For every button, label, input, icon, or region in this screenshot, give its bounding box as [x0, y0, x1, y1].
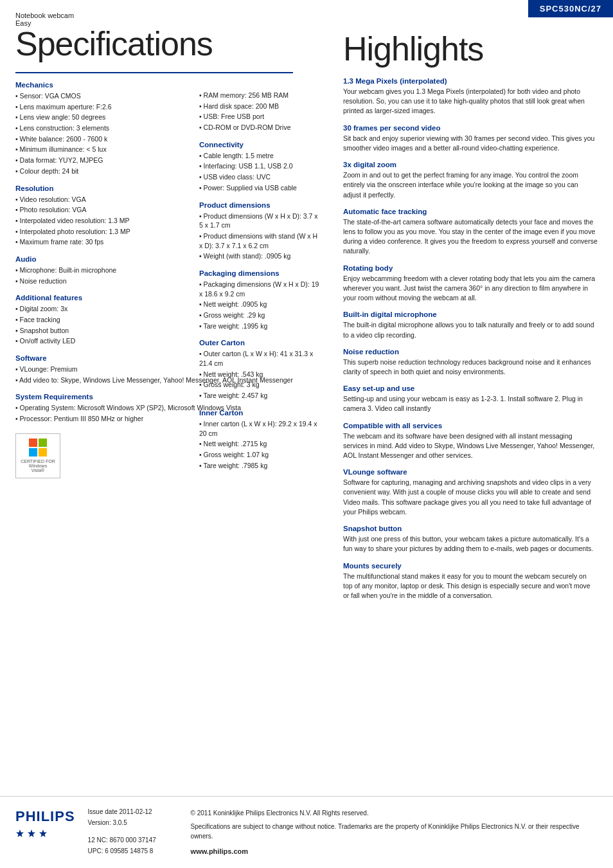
nc-label: 12 NC: [88, 836, 108, 844]
highlight-text-7: Setting-up and using your webcam is easy… [343, 394, 598, 413]
upc-label: UPC: [88, 847, 103, 854]
highlights-title: Highlights [343, 32, 598, 66]
section-packdim-heading: Packaging dimensions [199, 269, 321, 277]
section-connectivity-heading: Connectivity [199, 141, 321, 149]
list-item: Hard disk space: 200 MB [199, 101, 321, 112]
highlight-item-6: Noise reduction This superb noise reduct… [343, 348, 598, 377]
highlight-heading-8: Compatible with all services [343, 422, 598, 429]
highlight-item-9: VLounge software Software for capturing,… [343, 468, 598, 517]
philips-logo: PHILIPS [15, 808, 75, 838]
list-item: Gross weight: 1.07 kg [199, 449, 321, 460]
highlight-item-10: Snapshot button With just one press of t… [343, 525, 598, 554]
flag-q2 [39, 439, 47, 447]
highlight-heading-11: Mounts securely [343, 562, 598, 570]
flag-q4 [39, 448, 47, 457]
list-item: Power: Supplied via USB cable [199, 183, 321, 194]
innercarton-list: Inner carton (L x W x H): 29.2 x 19.4 x … [199, 419, 321, 471]
middle-column: RAM memory: 256 MB RAM Hard disk space: … [193, 90, 328, 471]
list-item: Nett weight: .2715 kg [199, 439, 321, 449]
section-outercarton-heading: Outer Carton [199, 339, 321, 347]
highlight-item-1: 30 frames per second video Sit back and … [343, 124, 598, 153]
highlight-text-8: The webcam and its software have been de… [343, 431, 598, 461]
list-item: Weight (with stand): .0905 kg [199, 251, 321, 262]
upc-value: 6 09585 14875 8 [105, 847, 153, 854]
svg-marker-2 [39, 829, 47, 837]
list-item: Nett weight: .543 kg [199, 369, 321, 380]
footer-meta: Issue date 2011-02-12 Version: 3.0.5 12 … [88, 808, 178, 854]
highlight-item-7: Easy set-up and use Setting-up and using… [343, 384, 598, 413]
footer: PHILIPS Issue date 2011-02-12 Version: 3… [0, 796, 613, 869]
ram-list: RAM memory: 256 MB RAM Hard disk space: … [199, 90, 321, 133]
highlight-item-0: 1.3 Mega Pixels (interpolated) Your webc… [343, 77, 598, 116]
list-item: Outer carton (L x W x H): 41 x 31.3 x 21… [199, 348, 321, 368]
highlight-item-8: Compatible with all services The webcam … [343, 422, 598, 461]
issue-date-value: 2011-02-12 [120, 808, 152, 815]
product-type: Notebook webcam [15, 12, 74, 19]
list-item: USB video class: UVC [199, 172, 321, 183]
highlight-heading-4: Rotating body [343, 264, 598, 272]
nc-line: 12 NC: 8670 000 37147 [88, 836, 178, 844]
highlight-text-5: The built-in digital microphone allows y… [343, 320, 598, 339]
list-item: Product dimensions (W x H x D): 3.7 x 5 … [199, 211, 321, 231]
issue-date-label: Issue date [88, 808, 118, 815]
star-icon-1 [15, 829, 24, 838]
highlight-text-3: The state-of-the-art camera software aut… [343, 217, 598, 257]
philips-wordmark: PHILIPS [15, 808, 75, 825]
highlight-heading-9: VLounge software [343, 468, 598, 476]
legal-text: Specifications are subject to change wit… [191, 822, 598, 841]
philips-stars [15, 829, 48, 838]
highlight-heading-7: Easy set-up and use [343, 384, 598, 392]
highlight-text-0: Your webcam gives you 1.3 Mega Pixels (i… [343, 87, 598, 116]
page: SPC530NC/27 Notebook webcam Easy Specifi… [0, 0, 613, 868]
highlight-text-2: Zoom in and out to get the perfect frami… [343, 170, 598, 200]
upc-line: UPC: 6 09585 14875 8 [88, 847, 178, 854]
star-icon-3 [39, 829, 48, 838]
highlight-heading-10: Snapshot button [343, 525, 598, 532]
list-item: Cable length: 1.5 metre [199, 150, 321, 161]
footer-legal: © 2011 Koninklijke Philips Electronics N… [191, 808, 598, 857]
version-line: Version: 3.0.5 [88, 819, 178, 826]
highlight-item-5: Built-in digital microphone The built-in… [343, 311, 598, 339]
highlight-heading-6: Noise reduction [343, 348, 598, 356]
version-value: 3.0.5 [113, 819, 127, 826]
highlight-heading-5: Built-in digital microphone [343, 311, 598, 318]
list-item: Tare weight: 2.457 kg [199, 390, 321, 401]
highlight-item-11: Mounts securely The multifunctional stan… [343, 562, 598, 601]
list-item: Tare weight: .7985 kg [199, 460, 321, 471]
page-title: Specifications [15, 27, 293, 60]
windows-certified-text: CERTIFIED FORWindowsVista® [21, 459, 55, 473]
list-item: Nett weight: .0905 kg [199, 299, 321, 310]
flag-q3 [29, 448, 37, 457]
section-mechanics-heading: Mechanics [15, 81, 293, 89]
star-icon-2 [27, 829, 36, 838]
list-item: RAM memory: 256 MB RAM [199, 90, 321, 101]
footer-website: www.philips.com [191, 846, 598, 857]
highlight-heading-3: Automatic face tracking [343, 208, 598, 215]
highlight-item-4: Rotating body Enjoy webcamming freedom w… [343, 264, 598, 303]
highlight-heading-1: 30 frames per second video [343, 124, 598, 132]
highlight-text-1: Sit back and enjoy superior viewing with… [343, 134, 598, 153]
svg-marker-1 [28, 829, 35, 837]
highlight-text-9: Software for capturing, managing and arc… [343, 478, 598, 517]
section-proddim-heading: Product dimensions [199, 201, 321, 209]
highlight-heading-2: 3x digital zoom [343, 161, 598, 168]
outercarton-list: Outer carton (L x W x H): 41 x 31.3 x 21… [199, 348, 321, 401]
highlight-text-11: The multifunctional stand makes it easy … [343, 572, 598, 601]
flag-q1 [29, 439, 37, 447]
highlight-item-3: Automatic face tracking The state-of-the… [343, 208, 598, 257]
list-item: Gross weight: 3 kg [199, 379, 321, 390]
list-item: USB: Free USB port [199, 111, 321, 122]
windows-flag-icon [29, 439, 47, 457]
highlight-heading-0: 1.3 Mega Pixels (interpolated) [343, 77, 598, 85]
highlight-text-10: With just one press of this button, your… [343, 534, 598, 554]
packdim-list: Packaging dimensions (W x H x D): 19 x 1… [199, 279, 321, 331]
right-column: Highlights 1.3 Mega Pixels (interpolated… [324, 0, 613, 615]
list-item: Product dimensions with stand (W x H x D… [199, 231, 321, 251]
copyright-text: © 2011 Koninklijke Philips Electronics N… [191, 808, 598, 818]
nc-value: 8670 000 37147 [109, 836, 155, 844]
list-item: Inner carton (L x W x H): 29.2 x 19.4 x … [199, 419, 321, 439]
svg-marker-0 [16, 829, 24, 837]
list-item: CD-ROM or DVD-ROM Drive [199, 122, 321, 133]
section-innercarton-heading: Inner Carton [199, 409, 321, 417]
connectivity-list: Cable length: 1.5 metre Interfacing: USB… [199, 150, 321, 194]
